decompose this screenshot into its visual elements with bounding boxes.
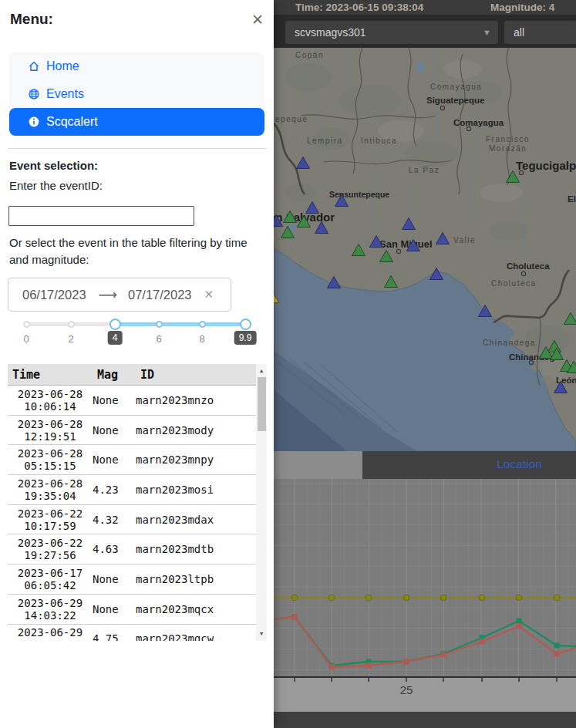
chevron-down-icon: ▼: [483, 21, 491, 44]
status-time: Time: 2023-06-15 09:38:04: [295, 0, 423, 15]
cell-mag: None: [93, 424, 136, 436]
station-select[interactable]: scvsmagvs301 ▼: [285, 21, 498, 44]
map-label: Chinandega: [483, 339, 536, 347]
magnitude-slider[interactable]: 024689.9: [8, 315, 266, 355]
col-header-id: ID: [140, 368, 267, 382]
date-range-picker[interactable]: 06/17/2023 ⟶ 07/17/2023 ✕: [8, 278, 231, 312]
map-label: Tegucigalpa: [516, 159, 576, 172]
nav-item-label: Scqcalert: [46, 115, 98, 129]
slider-dot[interactable]: [199, 321, 206, 328]
chart-point: [329, 665, 335, 670]
chart-point: [404, 659, 409, 665]
cell-id: marn2023mnzo: [136, 394, 267, 406]
scrollbar-thumb[interactable]: [258, 377, 266, 431]
cell-mag: 4.75: [93, 632, 136, 641]
slider-dot[interactable]: [156, 321, 163, 328]
cell-id: marn2023mqcx: [136, 603, 267, 615]
chart-point: [480, 639, 485, 645]
chart-footer: [274, 712, 576, 728]
map-label: San Miguel: [379, 238, 433, 250]
slider-mark-label: 0: [23, 333, 29, 345]
map-label: Siguatepeque: [426, 96, 484, 105]
slider-handle[interactable]: [240, 318, 251, 330]
cell-id: marn2023mosi: [136, 484, 267, 496]
chart-point: [366, 663, 372, 669]
eventid-label: Enter the eventID:: [9, 179, 103, 192]
table-row[interactable]: 2023-06-2219:27:564.63marn2023mdtb: [8, 534, 267, 565]
slider-dot[interactable]: [68, 321, 75, 328]
chart-point: [479, 595, 485, 601]
slider-value-badge: 9.9: [234, 331, 257, 345]
map-label: La Paz: [409, 166, 440, 174]
home-icon: [28, 60, 40, 72]
filter-help-text: Or select the event in the table filteri…: [9, 234, 262, 268]
nav-item-scqcalert[interactable]: Scqcalert: [9, 108, 264, 136]
slider-value-badge: 4: [108, 331, 123, 345]
table-row[interactable]: 2023-06-2810:06:14Nonemarn2023mnzo: [8, 386, 267, 416]
nav-item-label: Home: [46, 59, 79, 73]
map-label: Sensuntepeque: [329, 190, 389, 199]
chart-point: [292, 615, 298, 620]
app-root: Time: 2023-06-15 09:38:04 Magnitude: 4 s…: [0, 0, 576, 728]
table-row[interactable]: 2023-06-2914:03:22Nonemarn2023mqcx: [8, 595, 267, 625]
date-start[interactable]: 06/17/2023: [22, 288, 86, 302]
cell-time: 2023-06-2812:19:51: [8, 418, 93, 443]
map-label: El Paraíso: [568, 194, 576, 204]
map-label: Francisco: [486, 135, 530, 143]
table-scrollbar[interactable]: ▲ ▼: [256, 364, 267, 641]
table-row[interactable]: 2023-06-2210:17:594.32marn2023mdax: [8, 505, 267, 535]
slider-handle[interactable]: [109, 318, 121, 330]
col-header-time: Time: [8, 369, 97, 381]
clear-icon[interactable]: ✕: [204, 288, 214, 302]
chart-point: [554, 643, 560, 649]
table-row[interactable]: 2023-06-2819:35:044.23marn2023mosi: [8, 475, 267, 505]
map[interactable]: CopánComayaguaSiguatepequeOcotepequeLemp…: [274, 48, 576, 451]
station-select-value: scvsmagvs301: [285, 26, 366, 39]
scope-select[interactable]: all: [504, 21, 576, 44]
x-tick-label: 25: [400, 683, 413, 696]
slider-dot[interactable]: [23, 321, 30, 328]
tab-location[interactable]: Location: [463, 451, 576, 479]
menu-title: Menu:: [10, 11, 53, 28]
nav-item-home[interactable]: Home: [9, 52, 264, 80]
table-row[interactable]: 2023-06-1706:05:42Nonemarn2023ltpb: [8, 565, 267, 595]
nav-item-events[interactable]: Events: [9, 80, 264, 108]
map-label: Choluteca: [491, 279, 537, 288]
filter-bar: scvsmagvs301 ▼ all: [274, 15, 576, 48]
map-label: Copán: [295, 51, 324, 59]
map-label: Choluteca: [507, 261, 550, 271]
col-header-mag: Mag: [97, 368, 140, 382]
cell-id: marn2023ltpb: [136, 573, 267, 585]
date-end[interactable]: 07/17/2023: [128, 288, 192, 302]
table-row[interactable]: 2023-06-2805:15:15Nonemarn2023mnpy: [8, 445, 267, 475]
divider: [8, 148, 266, 149]
status-bar: Time: 2023-06-15 09:38:04 Magnitude: 4: [274, 0, 576, 15]
chart-point: [554, 595, 560, 601]
nav-item-label: Events: [46, 87, 84, 101]
cell-time: 2023-06-2819:35:04: [8, 477, 93, 502]
chart-point: [517, 618, 522, 624]
slider-mark-label: 6: [156, 333, 161, 345]
eventid-input[interactable]: [8, 206, 194, 226]
chart-point: [365, 595, 372, 601]
cell-time: 2023-06-2805:15:15: [8, 447, 93, 472]
close-icon[interactable]: ✕: [251, 12, 264, 27]
cell-mag: None: [93, 453, 136, 466]
slider-mark-label: 2: [68, 333, 73, 345]
chart-panel: 25: [274, 479, 576, 728]
table-row[interactable]: 2023-06-2914:03:244.75marn2023mqcw: [8, 625, 267, 642]
status-magnitude: Magnitude: 4: [490, 0, 554, 15]
scroll-up-icon[interactable]: ▲: [256, 366, 267, 376]
events-table-header: Time Mag ID: [8, 364, 267, 386]
chart-point: [441, 652, 446, 658]
menu-nav: Home Events Scqcalert: [9, 52, 264, 136]
table-row[interactable]: 2023-06-2812:19:51Nonemarn2023mody: [8, 416, 267, 446]
cell-time: 2023-06-2914:03:24: [8, 626, 93, 641]
map-label: Comayagua: [453, 118, 504, 127]
cell-mag: 4.23: [93, 484, 136, 496]
cell-id: marn2023mnpy: [136, 453, 267, 466]
cell-id: marn2023mody: [136, 424, 267, 436]
scroll-down-icon[interactable]: ▼: [256, 629, 267, 639]
slider-track[interactable]: [115, 322, 245, 326]
cell-mag: None: [93, 394, 136, 406]
